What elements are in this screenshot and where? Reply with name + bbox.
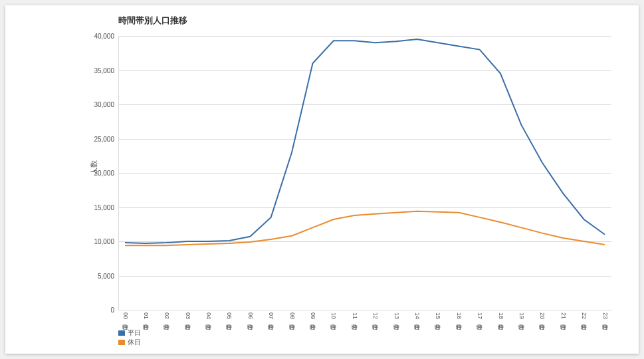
x-tick-label: 03時台 [183,312,192,319]
x-tick-label: 11時台 [350,312,359,319]
y-tick-label: 20,000 [94,170,114,177]
y-tick-label: 0 [110,306,114,314]
x-tick-label: 04時台 [204,312,213,319]
x-tick-label: 10時台 [329,312,338,319]
y-tick-label: 30,000 [94,101,114,108]
y-tick-label: 5,000 [98,272,114,279]
chart-svg [118,36,611,310]
x-tick-label: 05時台 [225,312,233,319]
x-tick-label: 09時台 [308,312,317,319]
legend-item-weekday: 平日 [118,328,141,338]
chart-title: 時間帯別人口推移 [118,15,187,27]
legend-label-weekday: 平日 [128,328,141,338]
x-tick-label: 17時台 [475,312,484,319]
y-tick-label: 40,000 [94,33,114,40]
x-tick-label: 00時台 [121,312,130,319]
chart-card: 時間帯別人口推移 人数 05,00010,00015,00020,00025,0… [5,5,639,354]
legend-label-holiday: 休日 [128,338,141,347]
x-tick-label: 18時台 [496,312,505,319]
series-line-0 [125,39,605,243]
x-tick-label: 13時台 [392,312,401,319]
plot-area: 05,00010,00015,00020,00025,00030,00035,0… [118,36,611,310]
x-tick-label: 02時台 [162,312,171,319]
legend-swatch-weekday [118,330,125,336]
x-tick-label: 23時台 [601,312,609,319]
y-tick-label: 35,000 [94,66,114,74]
y-tick-label: 15,000 [94,203,114,211]
series-line-1 [125,211,605,246]
x-tick-label: 14時台 [413,312,421,319]
legend-swatch-holiday [118,340,125,345]
x-tick-label: 08時台 [288,312,296,319]
x-tick-label: 01時台 [142,312,150,319]
x-tick-label: 15時台 [433,312,442,319]
x-tick-label: 06時台 [246,312,255,319]
y-tick-label: 25,000 [94,135,114,142]
x-tick-label: 20時台 [538,312,546,319]
x-tick-label: 21時台 [559,312,568,319]
x-tick-label: 22時台 [580,312,588,319]
legend: 平日 休日 [118,328,141,347]
y-tick-label: 10,000 [94,238,114,245]
x-tick-label: 12時台 [371,312,379,319]
x-tick-label: 16時台 [455,312,463,319]
x-tick-label: 19時台 [517,312,526,319]
legend-item-holiday: 休日 [118,338,141,347]
gridline [118,310,611,310]
x-tick-label: 07時台 [267,312,275,319]
